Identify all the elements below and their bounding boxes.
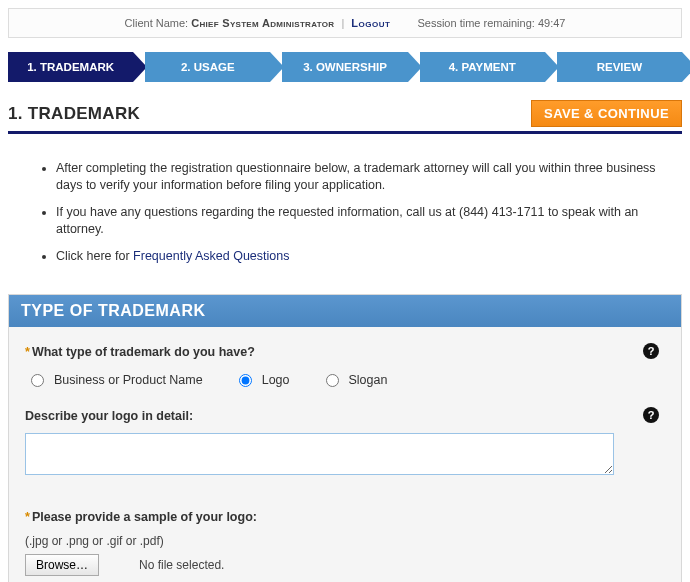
no-file-selected: No file selected.	[139, 558, 224, 572]
step-usage[interactable]: 2. USAGE	[145, 52, 270, 82]
client-name: Chief System Administrator	[191, 17, 334, 29]
page-title: 1. TRADEMARK	[8, 104, 140, 124]
intro-item: If you have any questions regarding the …	[56, 204, 670, 238]
browse-button[interactable]: Browse…	[25, 554, 99, 576]
field-trademark-type: *What type of trademark do you have? ? B…	[25, 345, 665, 395]
radio-option-logo[interactable]: Logo	[239, 373, 290, 387]
faq-link[interactable]: Frequently Asked Questions	[133, 249, 289, 263]
intro-block: After completing the registration questi…	[8, 146, 682, 284]
trademark-type-radios: Business or Product Name Logo Slogan	[25, 369, 665, 395]
card-title: TYPE OF TRADEMARK	[9, 295, 681, 327]
save-continue-button-top[interactable]: SAVE & CONTINUE	[531, 100, 682, 127]
required-marker: *	[25, 510, 30, 524]
step-review[interactable]: REVIEW	[557, 52, 682, 82]
client-label: Client Name:	[125, 17, 192, 29]
field-sample-logo: *Please provide a sample of your logo: (…	[25, 510, 665, 576]
faq-prefix: Click here for	[56, 249, 133, 263]
session-remaining: Session time remaining: 49:47	[417, 17, 565, 29]
field-label: Please provide a sample of your logo:	[32, 510, 257, 524]
progress-steps: 1. TRADEMARK 2. USAGE 3. OWNERSHIP 4. PA…	[8, 52, 682, 82]
radio-label: Slogan	[349, 373, 388, 387]
step-label: 2. USAGE	[181, 61, 235, 73]
session-label: Session time remaining:	[417, 17, 537, 29]
field-describe-logo: Describe your logo in detail: ?	[25, 409, 665, 478]
step-ownership[interactable]: 3. OWNERSHIP	[282, 52, 407, 82]
radio-input[interactable]	[326, 374, 339, 387]
step-label: 3. OWNERSHIP	[303, 61, 387, 73]
logout-link[interactable]: Logout	[351, 17, 390, 29]
step-payment[interactable]: 4. PAYMENT	[420, 52, 545, 82]
session-time: 49:47	[538, 17, 566, 29]
field-label: Describe your logo in detail:	[25, 409, 665, 423]
radio-input[interactable]	[31, 374, 44, 387]
radio-option-slogan[interactable]: Slogan	[326, 373, 388, 387]
intro-item: After completing the registration questi…	[56, 160, 670, 194]
client-header: Client Name: Chief System Administrator …	[8, 8, 682, 38]
step-label: REVIEW	[597, 61, 642, 73]
required-marker: *	[25, 345, 30, 359]
field-label: What type of trademark do you have?	[32, 345, 255, 359]
radio-label: Logo	[262, 373, 290, 387]
title-row: 1. TRADEMARK SAVE & CONTINUE	[8, 100, 682, 134]
step-label: 4. PAYMENT	[449, 61, 516, 73]
radio-input[interactable]	[239, 374, 252, 387]
describe-logo-textarea[interactable]	[25, 433, 614, 475]
step-trademark[interactable]: 1. TRADEMARK	[8, 52, 133, 82]
intro-item-faq: Click here for Frequently Asked Question…	[56, 248, 670, 265]
step-label: 1. TRADEMARK	[27, 61, 114, 73]
type-of-trademark-card: TYPE OF TRADEMARK *What type of trademar…	[8, 294, 682, 582]
radio-option-business[interactable]: Business or Product Name	[31, 373, 203, 387]
file-hint: (.jpg or .png or .gif or .pdf)	[25, 534, 665, 548]
radio-label: Business or Product Name	[54, 373, 203, 387]
separator: |	[341, 17, 347, 29]
